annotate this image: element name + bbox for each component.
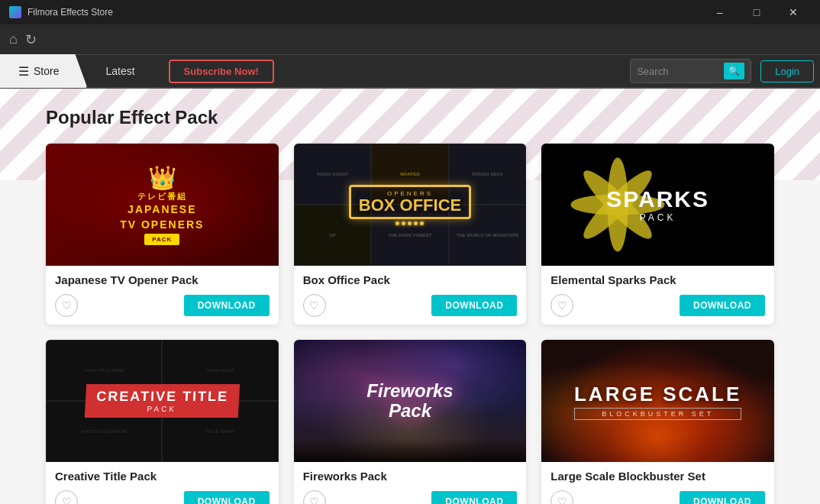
store-tab-label: Store [34, 65, 59, 77]
boxoffice-dots [349, 221, 471, 225]
card-largescale: LARGE SCALE BLOCKBUSTER SET Large Scale … [541, 340, 774, 504]
sparks-big: SPARKS [606, 186, 709, 212]
download-button-japanese[interactable]: DOWNLOAD [184, 295, 270, 316]
home-icon[interactable]: ⌂ [9, 31, 18, 47]
card-actions-creative: ♡ DOWNLOAD [55, 490, 270, 504]
card-creative: YOUR TITLE HERE STAR NIGHT PHOTO SLIDESH… [46, 340, 279, 504]
card-actions-boxoffice: ♡ DOWNLOAD [303, 294, 518, 317]
thumb-japanese-inner: 👑 テレビ番組 JAPANESETV OPENERS PACK [120, 164, 204, 246]
latest-tab-label: Latest [105, 65, 134, 77]
sparks-sub: PACK [606, 212, 709, 223]
card-title-boxoffice: Box Office Pack [303, 273, 518, 286]
fireworks-text: FireworksPack [366, 381, 453, 422]
boxoffice-main: openers BOX OFFICE [349, 185, 471, 225]
toolbar: ⌂ ↻ [0, 24, 820, 55]
card-info-sparks: Elemental Sparks Pack ♡ DOWNLOAD [541, 266, 774, 325]
search-bar: 🔍 [630, 59, 751, 83]
japanese-badge: PACK [144, 234, 179, 245]
heart-button-fireworks[interactable]: ♡ [303, 490, 326, 504]
search-input[interactable] [637, 66, 721, 77]
creative-sub: PACK [95, 405, 228, 413]
card-actions-sparks: ♡ DOWNLOAD [550, 294, 765, 317]
card-boxoffice: TOKIO GHOST WANTED ROUGH SEAS UP The Dar… [294, 144, 527, 325]
heart-button-japanese[interactable]: ♡ [55, 294, 78, 317]
card-info-japanese: Japanese TV Opener Pack ♡ DOWNLOAD [46, 266, 279, 325]
japanese-text: テレビ番組 JAPANESETV OPENERS PACK [120, 191, 204, 246]
app-title: Filmora Effects Store [27, 7, 113, 18]
creative-box: CREATIVE TITLE PACK [85, 384, 240, 418]
fireworks-skyline [294, 439, 527, 462]
card-sparks: SPARKS PACK Elemental Sparks Pack ♡ DOWN… [541, 144, 774, 325]
refresh-icon[interactable]: ↻ [25, 31, 37, 48]
close-button[interactable]: ✕ [776, 0, 811, 24]
login-button[interactable]: Login [760, 60, 814, 82]
card-actions-largescale: ♡ DOWNLOAD [550, 490, 765, 504]
card-title-sparks: Elemental Sparks Pack [550, 273, 765, 286]
app-icon [9, 6, 21, 18]
download-button-creative[interactable]: DOWNLOAD [184, 491, 270, 504]
dot-4 [414, 221, 418, 225]
card-actions-japanese: ♡ DOWNLOAD [55, 294, 270, 317]
store-tab[interactable]: ☰ Store [0, 54, 87, 88]
thumb-boxoffice: TOKIO GHOST WANTED ROUGH SEAS UP The Dar… [294, 144, 527, 266]
search-button[interactable]: 🔍 [724, 63, 744, 79]
creative-inner: CREATIVE TITLE PACK [86, 384, 239, 418]
dot-3 [408, 221, 412, 225]
card-info-boxoffice: Box Office Pack ♡ DOWNLOAD [294, 266, 527, 325]
title-bar-controls: – □ ✕ [702, 0, 811, 24]
content-inner: Popular Effect Pack 👑 テレビ番組 JAPANESETV O… [0, 89, 820, 504]
sparks-text: SPARKS PACK [606, 186, 709, 223]
card-fireworks: FireworksPack Fireworks Pack ♡ DOWNLOAD [294, 340, 527, 504]
card-title-fireworks: Fireworks Pack [303, 470, 518, 483]
cards-grid: 👑 テレビ番組 JAPANESETV OPENERS PACK Japanese… [46, 144, 774, 504]
heart-button-largescale[interactable]: ♡ [550, 490, 573, 504]
creative-big: CREATIVE TITLE [96, 389, 229, 405]
thumb-largescale: LARGE SCALE BLOCKBUSTER SET [541, 340, 774, 462]
card-title-largescale: Large Scale Blockbuster Set [550, 470, 765, 483]
japanese-big: JAPANESETV OPENERS [120, 202, 204, 232]
store-tab-icon: ☰ [18, 64, 29, 79]
thumb-sparks: SPARKS PACK [541, 144, 774, 266]
main-content: Popular Effect Pack 👑 テレビ番組 JAPANESETV O… [0, 89, 820, 504]
card-actions-fireworks: ♡ DOWNLOAD [303, 490, 518, 504]
boxoffice-border: openers BOX OFFICE [349, 185, 471, 219]
title-bar: Filmora Effects Store – □ ✕ [0, 0, 820, 24]
dot-5 [420, 221, 424, 225]
card-japanese: 👑 テレビ番組 JAPANESETV OPENERS PACK Japanese… [46, 144, 279, 325]
thumb-fireworks: FireworksPack [294, 340, 527, 462]
boxoffice-title: BOX OFFICE [359, 197, 461, 214]
heart-button-creative[interactable]: ♡ [55, 490, 78, 504]
title-bar-left: Filmora Effects Store [9, 6, 113, 18]
card-info-creative: Creative Title Pack ♡ DOWNLOAD [46, 462, 279, 504]
largescale-big: LARGE SCALE [574, 383, 741, 406]
largescale-text: LARGE SCALE BLOCKBUSTER SET [574, 383, 741, 420]
subscribe-button[interactable]: Subscribe Now! [169, 60, 274, 83]
section-title: Popular Effect Pack [46, 107, 774, 128]
download-button-largescale[interactable]: DOWNLOAD [680, 491, 765, 504]
thumb-creative: YOUR TITLE HERE STAR NIGHT PHOTO SLIDESH… [46, 340, 279, 462]
card-title-japanese: Japanese TV Opener Pack [55, 273, 270, 286]
card-info-largescale: Large Scale Blockbuster Set ♡ DOWNLOAD [541, 462, 774, 504]
minimize-button[interactable]: – [702, 0, 738, 24]
download-button-fireworks[interactable]: DOWNLOAD [431, 491, 517, 504]
download-button-sparks[interactable]: DOWNLOAD [680, 295, 765, 316]
heart-button-boxoffice[interactable]: ♡ [303, 294, 326, 317]
latest-tab[interactable]: Latest [87, 65, 153, 77]
largescale-sub: BLOCKBUSTER SET [574, 408, 741, 420]
thumb-japanese: 👑 テレビ番組 JAPANESETV OPENERS PACK [46, 144, 279, 266]
maximize-button[interactable]: □ [739, 0, 774, 24]
crown-icon: 👑 [120, 164, 204, 191]
nav-bar: ☰ Store Latest Subscribe Now! 🔍 Login [0, 55, 820, 89]
dot-1 [395, 221, 399, 225]
dot-2 [402, 221, 405, 225]
card-info-fireworks: Fireworks Pack ♡ DOWNLOAD [294, 462, 527, 504]
heart-button-sparks[interactable]: ♡ [550, 294, 573, 317]
card-title-creative: Creative Title Pack [55, 470, 270, 483]
download-button-boxoffice[interactable]: DOWNLOAD [431, 295, 517, 316]
